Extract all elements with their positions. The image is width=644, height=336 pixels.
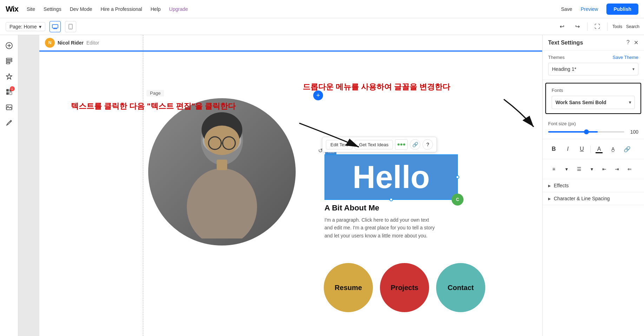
sidebar-pages-icon[interactable] — [3, 55, 15, 67]
text-color-button[interactable]: A — [593, 143, 605, 155]
projects-button[interactable]: Projects — [380, 263, 429, 312]
fonts-section: Fonts Work Sans Semi Bold ▾ — [545, 83, 641, 114]
chevron-down-icon: ▾ — [629, 100, 631, 105]
list-button[interactable]: ☰ — [573, 163, 585, 175]
rtl-button[interactable]: ⇐ — [624, 163, 635, 175]
sidebar-add-icon[interactable] — [3, 39, 15, 52]
canvas-selection-line — [39, 51, 542, 52]
spacing-row: ▶ Character & Line Spacing — [548, 196, 638, 201]
font-size-slider[interactable] — [548, 131, 624, 133]
about-text[interactable]: I'm a paragraph. Click here to add your … — [324, 216, 435, 240]
panel-title: Text Settings — [548, 40, 583, 46]
svg-rect-26 — [217, 160, 227, 170]
panel-header-icons: ? ✕ — [626, 39, 638, 46]
get-text-ideas-button[interactable]: Get Text Ideas — [355, 140, 393, 149]
editor-role: Editor — [86, 40, 99, 46]
edit-toolbar: Edit Text Get Text Ideas 🔗 ? — [322, 137, 437, 152]
align-chevron-button[interactable]: ▾ — [561, 163, 572, 175]
refresh-icon[interactable]: ↺ — [318, 147, 323, 154]
main-area: 1 N Nicol Rider Editor Pa — [0, 35, 644, 336]
ai-assist-button[interactable]: C — [452, 194, 464, 206]
desktop-view-button[interactable] — [50, 21, 61, 32]
panel-header: Text Settings ? ✕ — [543, 35, 644, 51]
nav-help[interactable]: Help — [151, 6, 161, 12]
nav-upgrade[interactable]: Upgrade — [169, 6, 188, 12]
save-button[interactable]: Save — [561, 6, 572, 12]
themes-section: Themes Save Theme Heading 1* ▾ — [543, 51, 644, 80]
spacing-section[interactable]: ▶ Character & Line Spacing — [543, 192, 644, 205]
nav-hire[interactable]: Hire a Professional — [100, 6, 142, 12]
canvas-area: N Nicol Rider Editor Page + 텍스트를 클릭한 다음 … — [18, 35, 542, 336]
page-selector-label: Page: Home — [9, 24, 37, 29]
resize-handle-right[interactable] — [456, 175, 459, 179]
italic-button[interactable]: I — [562, 143, 573, 155]
save-theme-link[interactable]: Save Theme — [613, 55, 638, 60]
edit-text-button[interactable]: Edit Text — [326, 140, 353, 149]
sidebar-notifications-icon[interactable]: 1 — [3, 86, 15, 98]
fonts-label: Fonts — [552, 88, 635, 93]
bold-button[interactable]: B — [548, 143, 559, 155]
heading-dropdown[interactable]: Heading 1* ▾ — [548, 63, 638, 75]
resize-handle-bottom[interactable] — [389, 198, 393, 201]
page-selector[interactable]: Page: Home ▾ — [6, 22, 45, 31]
panel-help-icon[interactable]: ? — [626, 39, 630, 46]
editor-header: N Nicol Rider Editor — [39, 35, 542, 51]
mobile-view-button[interactable] — [65, 21, 76, 32]
themes-label: Themes — [548, 55, 565, 60]
nav-site[interactable]: Site — [27, 6, 35, 12]
effects-section[interactable]: ▶ Effects — [543, 179, 644, 192]
fullscreen-button[interactable]: ⛶ — [592, 21, 603, 32]
second-toolbar: Page: Home ▾ ↩ ↪ ⛶ Tools Search — [0, 18, 644, 35]
nav-settings[interactable]: Settings — [44, 6, 61, 12]
sidebar-media-icon[interactable] — [3, 101, 15, 114]
hello-text-box[interactable]: Text Hello C — [324, 154, 458, 200]
search-button[interactable]: Search — [627, 21, 638, 32]
profile-placeholder — [148, 98, 296, 246]
chevron-down-icon: ▾ — [39, 24, 41, 29]
sidebar-pen-icon[interactable] — [3, 116, 15, 129]
indent-left-button[interactable]: ⇤ — [599, 163, 610, 175]
themes-row: Themes Save Theme — [548, 55, 638, 60]
text-highlight-button[interactable]: A̲ — [607, 143, 619, 155]
list-chevron-button[interactable]: ▾ — [586, 163, 597, 175]
svg-rect-15 — [9, 92, 12, 95]
resume-button[interactable]: Resume — [324, 263, 373, 312]
help-button[interactable]: ? — [422, 139, 433, 150]
indent-right-button[interactable]: ⇥ — [611, 163, 623, 175]
font-size-row: 100 — [548, 129, 638, 135]
hello-text: Hello — [353, 159, 430, 195]
contact-button[interactable]: Contact — [436, 263, 485, 312]
svg-rect-10 — [6, 60, 12, 62]
svg-point-31 — [400, 143, 402, 146]
align-left-button[interactable]: ≡ — [548, 163, 559, 175]
fonts-dropdown[interactable]: Work Sans Semi Bold ▾ — [552, 96, 635, 109]
svg-rect-0 — [52, 25, 58, 28]
format-section: B I U A A̲ 🔗 — [543, 139, 644, 159]
redo-button[interactable]: ↪ — [572, 21, 583, 32]
underline-button[interactable]: U — [576, 143, 587, 155]
ai-suggestions-button[interactable] — [395, 139, 408, 150]
about-section: A Bit About Me I'm a paragraph. Click he… — [324, 203, 435, 240]
about-title[interactable]: A Bit About Me — [324, 203, 435, 213]
link-format-button[interactable]: 🔗 — [622, 143, 633, 155]
annotation-text-1: 텍스트를 클릭한 다음 "텍스트 편집"을 클릭한다 — [71, 101, 236, 112]
tools-button[interactable]: Tools — [612, 21, 623, 32]
preview-button[interactable]: Preview — [581, 6, 598, 12]
link-button[interactable]: 🔗 — [410, 139, 420, 150]
alignment-section: ≡ ▾ ☰ ▾ ⇤ ⇥ ⇐ — [543, 159, 644, 179]
nav-devmode[interactable]: Dev Mode — [70, 6, 92, 12]
effects-row: ▶ Effects — [548, 183, 638, 188]
effects-label: Effects — [554, 183, 569, 188]
svg-line-18 — [10, 121, 11, 122]
profile-image — [148, 98, 296, 246]
svg-rect-9 — [6, 58, 12, 60]
sidebar-design-icon[interactable] — [3, 70, 15, 83]
svg-point-32 — [403, 143, 405, 146]
svg-rect-14 — [6, 92, 9, 95]
undo-button[interactable]: ↩ — [556, 21, 567, 32]
canvas-inner: N Nicol Rider Editor Page + 텍스트를 클릭한 다음 … — [39, 35, 542, 336]
publish-button[interactable]: Publish — [606, 4, 638, 15]
svg-rect-12 — [6, 89, 9, 92]
editor-name: Nicol Rider — [58, 40, 84, 46]
panel-close-icon[interactable]: ✕ — [634, 39, 638, 46]
